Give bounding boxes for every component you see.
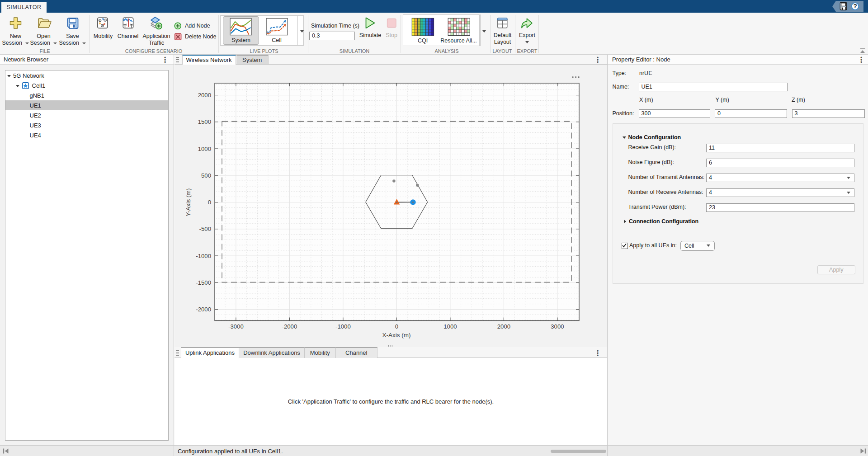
svg-text:-3000: -3000	[228, 323, 244, 330]
svg-text:?: ?	[853, 3, 857, 9]
svg-text:X-Axis (m): X-Axis (m)	[382, 332, 411, 338]
svg-text:1000: 1000	[443, 323, 457, 330]
svg-text:3000: 3000	[551, 323, 564, 330]
svg-text:-2000: -2000	[282, 323, 297, 330]
svg-text:-2000: -2000	[196, 306, 211, 313]
svg-text:-1000: -1000	[196, 253, 211, 259]
svg-text:0: 0	[395, 323, 398, 330]
svg-text:-1000: -1000	[335, 323, 351, 330]
svg-text:0: 0	[208, 199, 211, 206]
svg-text:500: 500	[201, 172, 211, 179]
svg-text:-500: -500	[199, 226, 211, 232]
svg-text:-1500: -1500	[196, 279, 211, 286]
svg-text:Y-Axis (m): Y-Axis (m)	[185, 188, 192, 216]
svg-text:2000: 2000	[497, 323, 510, 330]
svg-text:2000: 2000	[198, 92, 211, 99]
svg-text:1500: 1500	[198, 118, 211, 125]
svg-text:1000: 1000	[198, 146, 211, 152]
